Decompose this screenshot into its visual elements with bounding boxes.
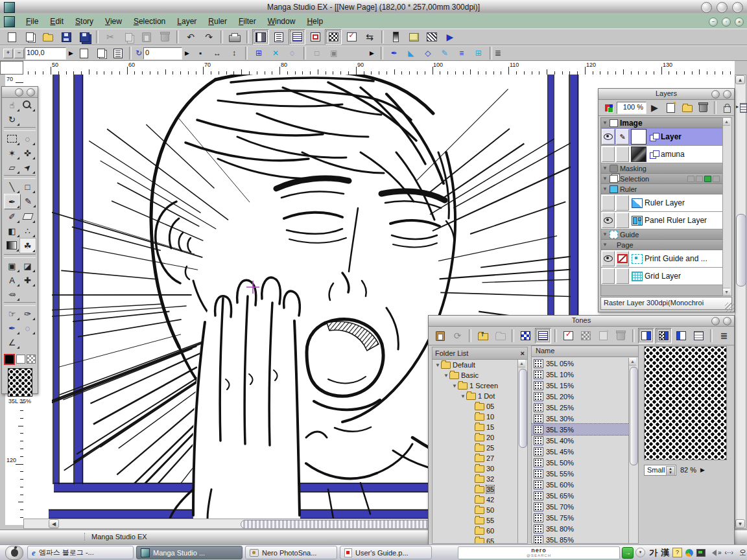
collapse-icon[interactable]: ▼ xyxy=(602,176,608,181)
panel-pane-toggle[interactable] xyxy=(307,29,324,45)
tray-display-icon[interactable] xyxy=(696,549,706,557)
close-button[interactable] xyxy=(732,2,743,13)
folder-10[interactable]: 10 xyxy=(433,412,518,422)
snap-ruler-toggle[interactable]: ⊞ xyxy=(251,46,267,60)
tool-panel-frame[interactable]: ▣ xyxy=(5,259,20,273)
layers-menu-button[interactable] xyxy=(736,101,747,115)
folder-list-close-button[interactable]: × xyxy=(521,349,525,357)
maximize-button[interactable] xyxy=(717,2,728,13)
page-list-button[interactable] xyxy=(110,46,126,60)
tool-select-arrow[interactable]: ➤ xyxy=(20,160,36,174)
scroll-left-button[interactable]: ◀ xyxy=(49,519,59,528)
list-view-button[interactable] xyxy=(535,328,551,344)
folder-scroll-thumb[interactable] xyxy=(519,369,527,448)
menu-filter[interactable]: Filter xyxy=(233,14,262,29)
view-mode-c-toggle[interactable] xyxy=(673,328,689,344)
folder-35[interactable]: 35 xyxy=(433,484,518,495)
save-button[interactable] xyxy=(58,29,75,45)
draw-cell[interactable] xyxy=(616,195,629,211)
tray-volume-icon[interactable] xyxy=(709,550,717,556)
tones-panel-titlebar[interactable]: Tones xyxy=(429,316,734,327)
paste-tone-button[interactable] xyxy=(432,328,448,344)
menu-layer[interactable]: Layer xyxy=(171,14,202,29)
material-button[interactable] xyxy=(405,29,422,45)
check-toggle[interactable] xyxy=(343,29,360,45)
folder-27[interactable]: 27 xyxy=(433,453,518,463)
folder-default[interactable]: ▼Default xyxy=(433,360,518,370)
tool-line[interactable]: ╲ xyxy=(5,180,20,194)
zoom-out-button[interactable]: − xyxy=(14,49,24,58)
tone-name-column-header[interactable]: Name xyxy=(532,346,638,357)
rotation-menu-button[interactable]: ▶ xyxy=(185,50,189,56)
tool-pencil[interactable]: ✎ xyxy=(21,194,36,208)
tool-lasso[interactable]: ◌ xyxy=(20,132,36,146)
tone-item-35l-05-[interactable]: 35L 05% xyxy=(532,358,629,369)
tone-item-35l-15-[interactable]: 35L 15% xyxy=(532,380,629,391)
tone-item-35l-25-[interactable]: 35L 25% xyxy=(532,402,629,413)
tool-move[interactable]: ✜ xyxy=(20,146,36,160)
taskbar-button-manga[interactable]: Manga Studio ... xyxy=(136,546,243,559)
tool-join-panel[interactable]: ✚ xyxy=(20,273,36,287)
tone-item-35l-50-[interactable]: 35L 50% xyxy=(532,457,629,468)
expand-icon[interactable]: ▼ xyxy=(444,373,449,379)
layers-scroll-up[interactable]: ▲ xyxy=(723,118,730,126)
tone-item-35l-20-[interactable]: 35L 20% xyxy=(532,391,629,402)
layer-row-grid-layer[interactable]: Grid Layer xyxy=(601,268,722,285)
layers-panel-titlebar[interactable]: Layers xyxy=(599,89,734,100)
tone-item-35l-55-[interactable]: 35L 55% xyxy=(532,468,629,479)
opacity-menu-button[interactable]: ▶ xyxy=(647,101,662,115)
next-page-button[interactable] xyxy=(93,46,109,60)
tone-scroll-up[interactable]: ▲ xyxy=(629,358,636,366)
tool-eraser[interactable] xyxy=(20,209,36,224)
menu-minimize-button[interactable]: − xyxy=(709,18,718,27)
tool-zoom[interactable] xyxy=(20,98,36,112)
print-button[interactable] xyxy=(226,29,243,45)
folder-1-dot[interactable]: ▼1 Dot xyxy=(433,391,518,401)
visibility-cell[interactable] xyxy=(602,146,615,162)
tool-gradient[interactable] xyxy=(4,238,19,252)
tone-item-35l-75-[interactable]: 35L 75% xyxy=(532,512,629,523)
layer-row-print-guide-and-[interactable]: Print Guide and ... xyxy=(601,250,722,268)
ruler-pen-toggle[interactable]: ✒ xyxy=(386,46,402,60)
menu-window[interactable]: Window xyxy=(262,14,302,29)
tone-scroll-thumb[interactable] xyxy=(630,367,638,465)
tool-marquee[interactable] xyxy=(5,132,20,146)
tool-ruler-select[interactable]: ◌ xyxy=(20,321,36,335)
perspective-ruler-toggle[interactable]: ◇ xyxy=(420,46,436,60)
collapse-icon[interactable]: ▼ xyxy=(602,165,608,171)
taskbar-button-np[interactable]: Nero PhotoSna... xyxy=(245,546,337,559)
redo-button[interactable]: ↷ xyxy=(200,29,217,45)
tool-palette-titlebar[interactable] xyxy=(2,87,38,98)
zoom-value-field[interactable]: 100,0 xyxy=(25,47,66,60)
prev-page-button[interactable] xyxy=(77,46,92,60)
folder-32[interactable]: 32 xyxy=(433,474,518,484)
grid-ruler-toggle[interactable]: ⊞ xyxy=(471,46,486,60)
layer-row-layer[interactable]: ✎Layer xyxy=(601,128,722,146)
tray-app-icon[interactable] xyxy=(685,549,693,557)
vertical-scroll-thumb[interactable] xyxy=(736,214,746,286)
layer-row-panel-ruler-layer[interactable]: Panel Ruler Layer xyxy=(601,212,722,229)
folder-15[interactable]: 15 xyxy=(433,422,518,432)
draw-cell[interactable] xyxy=(616,213,629,228)
set-square-toggle[interactable]: ◣ xyxy=(403,46,419,60)
tones-close-button[interactable] xyxy=(723,317,731,325)
draw-cell[interactable]: ✎ xyxy=(616,129,629,145)
tool-selection-pen[interactable]: ✑ xyxy=(20,307,36,321)
tone-item-35l-80-[interactable]: 35L 80% xyxy=(532,523,629,534)
rotation-value-field[interactable]: 0 xyxy=(143,47,182,60)
folder-basic[interactable]: ▼Basic xyxy=(433,370,518,380)
view-toolbar-menu-button[interactable]: ≣ xyxy=(495,49,501,58)
tool-text[interactable]: A xyxy=(5,273,20,287)
tool-airbrush[interactable]: ∴ xyxy=(20,224,36,238)
tone-item-35l-10-[interactable]: 35L 10% xyxy=(532,369,629,380)
story-pane-toggle[interactable] xyxy=(252,29,269,45)
tone-item-35l-85-[interactable]: 35L 85% xyxy=(532,534,629,543)
tool-angle-ruler[interactable]: ∠ xyxy=(5,335,20,349)
tool-magic-wand[interactable]: ✶ xyxy=(5,146,20,160)
list-pane-toggle[interactable] xyxy=(289,29,305,45)
layer-color-button[interactable] xyxy=(601,101,616,115)
menu-restore-button[interactable]: ◦ xyxy=(722,18,731,27)
layers-scroll-down[interactable]: ▼ xyxy=(723,288,730,296)
layer-row-ruler-layer[interactable]: Ruler Layer xyxy=(601,194,722,212)
palette-minimize-button[interactable] xyxy=(15,88,23,97)
